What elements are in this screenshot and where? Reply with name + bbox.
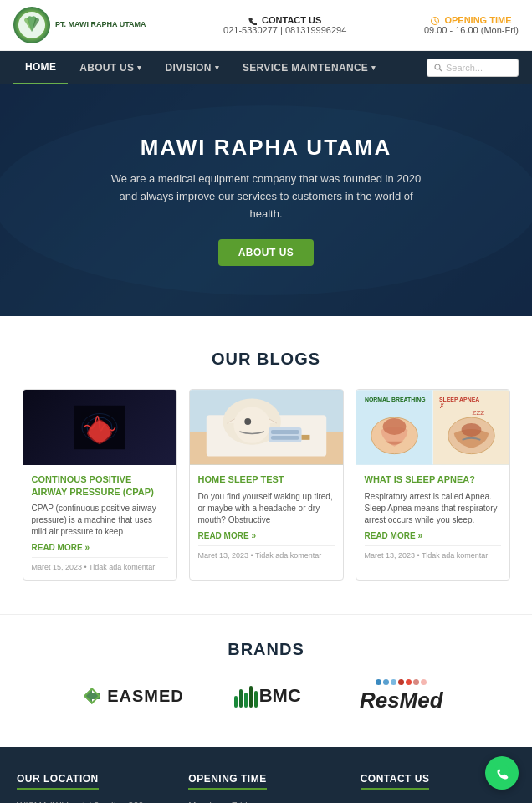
svg-text:NORMAL BREATHING: NORMAL BREATHING: [364, 397, 425, 403]
bmc-bars: [234, 684, 258, 708]
footer-grid: OUR LOCATION WISMA IWI Lantai 3 suites 3…: [17, 772, 515, 803]
easmed-icon: [80, 684, 104, 708]
search-icon: [434, 64, 442, 72]
blog-body-3: What is SLEEP APNEA? Respiratory arrest …: [356, 465, 509, 567]
resmed-dot: [421, 679, 427, 685]
resmed-dot: [398, 679, 404, 685]
bmc-bar-4: [249, 686, 253, 708]
resmed-logo: ResMed: [360, 679, 443, 713]
logo-area: PT. MAWI RAPHA UTAMA: [13, 7, 146, 43]
chevron-down-icon: ▾: [215, 64, 219, 72]
clock-icon: [431, 17, 439, 25]
brands-section: BRANDS EASMED BMC: [0, 614, 532, 747]
blog-body-1: CONTINOUS POSITIVE AIRWAY PRESSURE (CPAP…: [23, 465, 176, 580]
resmed-text: ResMed: [360, 688, 443, 713]
footer-contact-heading: CONTACT US: [361, 773, 430, 790]
footer-location-heading: OUR LOCATION: [17, 773, 99, 790]
footer-hours-heading: OPENING TIME: [188, 773, 266, 790]
svg-point-4: [435, 64, 440, 69]
bmc-bar-5: [254, 691, 258, 708]
hero-about-button[interactable]: ABOUT US: [218, 239, 315, 266]
blog-meta-2: Maret 13, 2023 • Tidak ada komentar: [198, 545, 335, 560]
blog-card-3: NORMAL BREATHING SLEEP APNEA ✗ zzz: [356, 389, 510, 581]
svg-rect-15: [268, 427, 301, 442]
svg-line-5: [440, 69, 442, 72]
blog-excerpt-1: CPAP (continuous positive airway pressur…: [32, 503, 168, 538]
blog-meta-1: Maret 15, 2023 • Tidak ada komentar: [32, 557, 168, 571]
easmed-text: EASMED: [107, 687, 184, 706]
blog-excerpt-3: Respiratory arrest is called Apnea. Slee…: [365, 491, 501, 526]
hours-value: 09.00 - 16.00 (Mon-Fri): [424, 25, 519, 35]
resmed-dot: [383, 679, 389, 685]
navigation: HOME ABOUT US ▾ DIVISION ▾ SERVICE MAINT…: [0, 51, 532, 84]
blog-meta-3: Maret 13, 2023 • Tidak ada komentar: [365, 545, 501, 560]
header-contact: CONTACT US 021-5330277 | 081319996294: [223, 15, 346, 35]
svg-point-28: [461, 423, 481, 437]
blog-card-1: CONTINOUS POSITIVE AIRWAY PRESSURE (CPAP…: [23, 389, 177, 581]
nav-item-about[interactable]: ABOUT US ▾: [68, 52, 153, 84]
resmed-dot: [413, 679, 419, 685]
bmc-logo: BMC: [234, 684, 301, 708]
svg-rect-17: [270, 436, 299, 440]
brand-resmed: ResMed: [351, 679, 452, 713]
blog-image-apnea: NORMAL BREATHING SLEEP APNEA ✗ zzz: [356, 390, 509, 465]
blog-body-2: HOME SLEEP TEST Do you find yourself wak…: [190, 465, 343, 567]
header-hours: OPENING TIME 09.00 - 16.00 (Mon-Fri): [424, 15, 519, 35]
phone-icon: [248, 17, 257, 25]
search-placeholder: Search...: [446, 63, 483, 73]
logo-text: PT. MAWI RAPHA UTAMA: [55, 20, 146, 30]
svg-rect-16: [270, 430, 299, 434]
blog-title-1[interactable]: CONTINOUS POSITIVE AIRWAY PRESSURE (CPAP…: [32, 473, 168, 498]
bmc-bar-1: [234, 696, 238, 708]
svg-point-25: [382, 419, 406, 436]
blog-read-3[interactable]: READ MORE »: [365, 531, 501, 540]
svg-line-3: [435, 21, 437, 23]
blog-title-3[interactable]: What is SLEEP APNEA?: [365, 473, 501, 485]
svg-text:SLEEP APNEA: SLEEP APNEA: [438, 397, 478, 403]
brands-title: BRANDS: [17, 640, 515, 659]
blog-read-2[interactable]: READ MORE »: [198, 531, 335, 540]
whatsapp-icon: [493, 764, 511, 782]
logo-icon: [13, 7, 50, 43]
blog-read-1[interactable]: READ MORE »: [32, 543, 168, 552]
footer-address-line1: WISMA IWI Lantai 3 suites 309: [17, 798, 171, 803]
blogs-grid: CONTINOUS POSITIVE AIRWAY PRESSURE (CPAP…: [17, 389, 515, 581]
hero-description: We are a medical equipment company that …: [107, 171, 425, 222]
blog-image-sleep: [190, 390, 343, 465]
resmed-dot: [376, 679, 381, 685]
nav-search-box[interactable]: Search...: [427, 59, 519, 77]
svg-text:zzz: zzz: [472, 408, 484, 417]
resmed-dot: [391, 679, 396, 685]
footer: OUR LOCATION WISMA IWI Lantai 3 suites 3…: [0, 747, 532, 803]
nav-item-home[interactable]: HOME: [13, 51, 68, 84]
bmc-bar-3: [244, 693, 248, 708]
contact-label: CONTACT US: [223, 15, 346, 25]
chevron-down-icon: ▾: [137, 64, 141, 72]
footer-hours-days: Monday – Friday: [188, 798, 343, 803]
blog-image-heart: [23, 390, 176, 465]
brands-grid: EASMED BMC: [17, 679, 515, 713]
resmed-dot: [406, 679, 412, 685]
footer-hours: OPENING TIME Monday – Friday 08.00 – 16.…: [188, 772, 343, 803]
svg-point-14: [244, 419, 251, 426]
chevron-down-icon: ▾: [371, 64, 376, 72]
nav-item-division[interactable]: DIVISION ▾: [154, 52, 231, 84]
header-top: PT. MAWI RAPHA UTAMA CONTACT US 021-5330…: [0, 0, 532, 51]
blog-title-2[interactable]: HOME SLEEP TEST: [198, 473, 335, 485]
blog-card-2: HOME SLEEP TEST Do you find yourself wak…: [189, 389, 344, 581]
resmed-dots: [376, 679, 427, 685]
nav-left: HOME ABOUT US ▾ DIVISION ▾ SERVICE MAINT…: [13, 51, 387, 84]
blog-excerpt-2: Do you find yourself waking up tired, or…: [198, 491, 335, 526]
svg-point-30: [494, 765, 510, 781]
easmed-logo: EASMED: [80, 684, 184, 708]
hero-title: MAWI RAPHA UTAMA: [141, 135, 392, 161]
svg-point-13: [233, 407, 270, 444]
blogs-title: OUR BLOGS: [17, 350, 515, 369]
contact-phone: 021-5330277 | 081319996294: [223, 25, 346, 35]
brand-bmc: BMC: [217, 684, 318, 708]
footer-location: OUR LOCATION WISMA IWI Lantai 3 suites 3…: [17, 772, 171, 803]
brand-easmed: EASMED: [80, 684, 184, 708]
whatsapp-button[interactable]: [485, 756, 519, 790]
nav-item-service[interactable]: SERVICE MAINTENANCE ▾: [231, 52, 387, 84]
bmc-bar-2: [239, 689, 243, 708]
